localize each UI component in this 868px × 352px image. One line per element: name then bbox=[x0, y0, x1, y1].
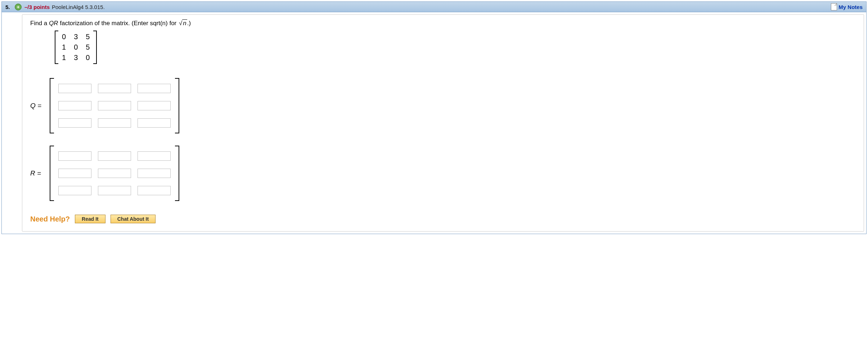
matrix-cell: 3 bbox=[74, 54, 78, 62]
matrix-cell: 1 bbox=[62, 43, 66, 51]
matrix-cell: 5 bbox=[86, 43, 90, 51]
q-input-3-2[interactable] bbox=[98, 118, 131, 128]
r-input-2-2[interactable] bbox=[98, 169, 131, 178]
q-input-1-1[interactable] bbox=[58, 84, 91, 93]
q-input-3-3[interactable] bbox=[138, 118, 171, 128]
right-bracket-icon bbox=[175, 78, 179, 133]
q-input-2-2[interactable] bbox=[98, 101, 131, 110]
q-input-2-1[interactable] bbox=[58, 101, 91, 110]
question-source: PooleLinAlg4 5.3.015. bbox=[52, 4, 105, 10]
r-matrix-answer: R = bbox=[30, 146, 856, 201]
r-input-3-1[interactable] bbox=[58, 186, 91, 195]
left-bracket-icon bbox=[50, 146, 54, 201]
expand-icon[interactable]: + bbox=[15, 4, 22, 10]
q-input-3-1[interactable] bbox=[58, 118, 91, 128]
need-help-section: Need Help? Read It Chat About It bbox=[30, 215, 856, 223]
r-label: R = bbox=[30, 169, 50, 177]
my-notes-link[interactable]: My Notes bbox=[838, 4, 863, 10]
question-header: 5. + –/3 points PooleLinAlg4 5.3.015. My… bbox=[2, 2, 866, 12]
sqrt-arg: n bbox=[182, 19, 187, 27]
matrix-cell: 1 bbox=[62, 54, 66, 62]
read-it-button[interactable]: Read It bbox=[75, 215, 105, 223]
q-input-1-2[interactable] bbox=[98, 84, 131, 93]
prompt-text: Find a QR factorization of the matrix. (… bbox=[30, 20, 856, 27]
question-number: 5. bbox=[5, 4, 15, 10]
r-input-3-2[interactable] bbox=[98, 186, 131, 195]
matrix-cell: 0 bbox=[74, 43, 78, 51]
r-input-1-2[interactable] bbox=[98, 151, 131, 161]
left-bracket-icon bbox=[50, 78, 54, 133]
q-input-2-3[interactable] bbox=[138, 101, 171, 110]
right-bracket-icon bbox=[93, 31, 97, 64]
need-help-label: Need Help? bbox=[30, 215, 70, 223]
left-bracket-icon bbox=[55, 31, 58, 64]
q-label: Q = bbox=[30, 102, 50, 110]
r-input-1-1[interactable] bbox=[58, 151, 91, 161]
prompt-mid: factorization of the matrix. (Enter sqrt… bbox=[58, 20, 178, 27]
matrix-cell: 0 bbox=[62, 33, 66, 41]
prompt-tail: .) bbox=[187, 20, 191, 27]
q-input-1-3[interactable] bbox=[138, 84, 171, 93]
chat-about-it-button[interactable]: Chat About It bbox=[111, 215, 156, 223]
prompt-qr: QR bbox=[49, 20, 58, 27]
given-matrix: 0 3 5 1 0 5 1 3 0 bbox=[55, 31, 856, 66]
question-body: Find a QR factorization of the matrix. (… bbox=[22, 14, 864, 232]
r-input-2-3[interactable] bbox=[138, 169, 171, 178]
matrix-cell: 3 bbox=[74, 33, 78, 41]
prompt-lead: Find a bbox=[30, 20, 49, 27]
matrix-cell: 0 bbox=[86, 54, 90, 62]
points-label: –/3 points bbox=[24, 4, 50, 10]
sqrt-expression: n bbox=[178, 20, 187, 27]
r-input-1-3[interactable] bbox=[138, 151, 171, 161]
notes-icon[interactable] bbox=[831, 3, 837, 10]
right-bracket-icon bbox=[175, 146, 179, 201]
q-matrix-answer: Q = bbox=[30, 78, 856, 133]
r-input-2-1[interactable] bbox=[58, 169, 91, 178]
matrix-cell: 5 bbox=[86, 33, 90, 41]
question-container: 5. + –/3 points PooleLinAlg4 5.3.015. My… bbox=[1, 1, 867, 234]
r-input-3-3[interactable] bbox=[138, 186, 171, 195]
